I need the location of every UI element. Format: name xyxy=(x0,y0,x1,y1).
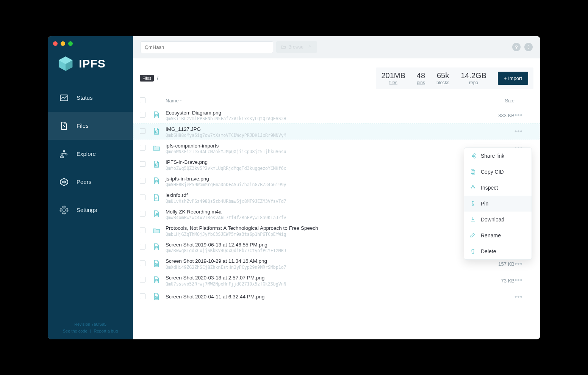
row-checkbox[interactable] xyxy=(140,161,145,167)
breadcrumb-path: / xyxy=(157,75,158,81)
menu-item-delete[interactable]: Delete xyxy=(464,243,532,259)
row-more-button[interactable]: ••• xyxy=(514,260,523,268)
file-type-icon xyxy=(152,176,161,186)
file-type-icon xyxy=(152,209,161,219)
file-name: Screen Shot 2019-10-29 at 11.34.16 AM.pn… xyxy=(166,258,480,265)
menu-label: Delete xyxy=(481,248,496,254)
stat-pins[interactable]: 48 pins xyxy=(417,71,425,85)
maximize-window-icon[interactable] xyxy=(68,41,73,46)
file-row[interactable]: Screen Shot 2020-03-18 at 2.57.07 PM.png… xyxy=(133,272,540,289)
file-name: Screen Shot 2020-04-11 at 6.32.44 PM.png xyxy=(166,293,480,300)
menu-item-share-link[interactable]: Share link xyxy=(464,148,532,164)
file-type-icon xyxy=(152,258,161,269)
file-name: Ecosystem Diagram.png xyxy=(166,110,480,116)
close-window-icon[interactable] xyxy=(53,41,58,46)
file-hash: QmZRwWq8TgdxCxjjSKkKV4QdxQdiPb77CtyofPCY… xyxy=(166,248,480,253)
menu-label: Rename xyxy=(481,232,501,238)
row-checkbox[interactable] xyxy=(140,178,145,184)
stats-panel: 201MB files 48 pins 65k blocks 14.2GB re… xyxy=(376,67,533,89)
sidebar: IPFS Status Files Explore Peers Settings xyxy=(48,36,133,339)
column-size[interactable]: Size xyxy=(480,98,514,104)
traffic-lights[interactable] xyxy=(53,41,73,46)
menu-item-rename[interactable]: Rename xyxy=(464,228,532,243)
peers-icon xyxy=(59,177,69,187)
file-type-icon xyxy=(152,225,161,236)
file-row[interactable]: IMG_1127.JPG Qmb6H88oMya5ig7ow7tXsmoVTCD… xyxy=(133,124,540,140)
select-all-checkbox[interactable] xyxy=(140,97,145,103)
row-checkbox[interactable] xyxy=(140,195,145,200)
file-size: 333 KB xyxy=(498,113,514,118)
row-checkbox[interactable] xyxy=(140,260,145,266)
row-checkbox[interactable] xyxy=(140,128,145,134)
file-size: 73 KB xyxy=(501,278,514,284)
row-more-button[interactable]: ••• xyxy=(514,276,523,284)
file-size-cell: 73 KB xyxy=(480,277,514,284)
nav-status[interactable]: Status xyxy=(48,84,133,112)
menu-item-download[interactable]: Download xyxy=(464,212,532,228)
menu-icon xyxy=(469,184,476,191)
main-panel: Browse ? Files / 201MB files xyxy=(133,36,540,339)
menu-label: Download xyxy=(481,217,504,223)
row-more-button[interactable]: ••• xyxy=(514,128,523,135)
row-checkbox[interactable] xyxy=(140,211,145,217)
status-icon xyxy=(59,93,69,103)
nav-peers[interactable]: Peers xyxy=(48,168,133,196)
column-name[interactable]: Name xyxy=(166,98,480,104)
hash-search-input[interactable] xyxy=(141,41,273,53)
row-checkbox[interactable] xyxy=(140,112,145,118)
file-hash: QmULvXshZvPSz498Qs5zb4URbmw5jx8MT9JEZM3V… xyxy=(166,199,480,204)
row-checkbox[interactable] xyxy=(140,293,145,299)
brand-name: IPFS xyxy=(79,57,106,70)
svg-rect-32 xyxy=(471,169,474,174)
explore-icon xyxy=(59,149,69,159)
row-checkbox[interactable] xyxy=(140,228,145,233)
report-bug-link[interactable]: Report a bug xyxy=(94,329,118,333)
file-hash: QmbLHjGZqThMQjJyfbC3SJEWP5m9a3ts6p1hP6TC… xyxy=(166,232,480,237)
nav: Status Files Explore Peers Settings xyxy=(48,84,133,224)
stat-files[interactable]: 201MB files xyxy=(381,71,405,85)
breadcrumb-root[interactable]: Files xyxy=(140,75,154,82)
menu-label: Inspect xyxy=(481,185,498,191)
stat-value: 65k xyxy=(436,71,449,80)
minimize-window-icon[interactable] xyxy=(61,41,65,46)
menu-item-inspect[interactable]: Inspect xyxy=(464,180,532,196)
help-icon[interactable]: ? xyxy=(512,43,521,51)
nav-explore[interactable]: Explore xyxy=(48,140,133,168)
svg-point-10 xyxy=(63,209,66,211)
row-more-button[interactable]: ••• xyxy=(514,293,523,301)
file-name: lexinfo.rdf xyxy=(166,192,480,199)
row-checkbox[interactable] xyxy=(140,145,145,151)
file-hash: QmXdHi49ZG2ZhSCj8ZhknEstHn2yPCyp29n9MRrS… xyxy=(166,265,480,270)
file-type-icon xyxy=(152,242,161,252)
file-hash: QmSHE8RjeP59WamMrgEmaDnDFASuiZhainG7BZ34… xyxy=(166,182,480,187)
menu-item-copy-cid[interactable]: Copy CID xyxy=(464,164,532,180)
brand: IPFS xyxy=(48,55,133,84)
see-code-link[interactable]: See the code xyxy=(63,329,88,333)
nav-files[interactable]: Files xyxy=(48,112,133,140)
file-row[interactable]: Ecosystem Diagram.png QmSKi1BCzVmiPPSFNb… xyxy=(133,107,540,124)
row-checkbox[interactable] xyxy=(140,244,145,249)
file-name: Molly ZK Recording.m4a xyxy=(166,209,480,215)
sync-icon[interactable] xyxy=(524,43,533,51)
stat-value: 201MB xyxy=(381,71,405,80)
sidebar-footer: Revision 7a8f695 See the code | Report a… xyxy=(48,317,133,339)
browse-button[interactable]: Browse xyxy=(276,41,317,53)
file-type-icon xyxy=(152,159,161,169)
menu-label: Copy CID xyxy=(481,169,504,175)
import-button[interactable]: + Import xyxy=(498,72,528,85)
menu-label: Share link xyxy=(481,153,504,159)
file-type-icon xyxy=(152,291,161,302)
menu-icon xyxy=(469,232,476,239)
row-checkbox[interactable] xyxy=(140,277,145,282)
menu-item-pin[interactable]: Pin xyxy=(464,196,532,212)
files-icon xyxy=(59,121,69,131)
nav-label: Status xyxy=(77,94,93,101)
revision-link[interactable]: Revision 7a8f695 xyxy=(74,322,106,326)
stat-label: pins xyxy=(417,80,425,85)
row-more-button[interactable]: ••• xyxy=(514,111,523,119)
nav-settings[interactable]: Settings xyxy=(48,196,133,224)
file-hash: Qme6WNXFi2Tex4ALcNZokYJMpQXjiiCpU8jz5Tjh… xyxy=(166,149,480,154)
file-hash: QmSKi1BCzVmiPPSFNbTN5FafZxA1kLxsKyLQtQrA… xyxy=(166,116,480,121)
stat-label: repo xyxy=(461,80,486,85)
file-row[interactable]: Screen Shot 2020-04-11 at 6.32.44 PM.png… xyxy=(133,289,540,305)
